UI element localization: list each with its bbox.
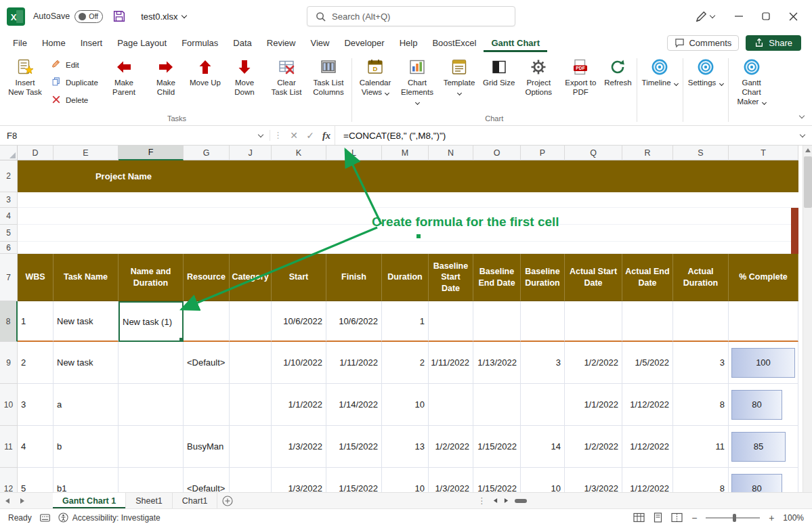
grid-cell[interactable]: 80 <box>729 384 798 426</box>
comments-button[interactable]: Comments <box>667 35 739 51</box>
grid-cell[interactable] <box>673 301 729 342</box>
new-sheet-button[interactable] <box>217 493 238 508</box>
fill-handle[interactable] <box>179 337 183 341</box>
row-header-6[interactable]: 6 <box>0 242 18 254</box>
duplicate-button[interactable]: Duplicate <box>47 74 102 91</box>
column-header-O[interactable]: O <box>473 146 521 160</box>
ribbon-tab-formulas[interactable]: Formulas <box>174 34 226 52</box>
grid-cell[interactable] <box>119 384 184 426</box>
insert-new-task-button[interactable]: Insert New Task <box>4 54 46 99</box>
ribbon-tab-view[interactable]: View <box>303 34 337 52</box>
column-header-S[interactable]: S <box>673 146 729 160</box>
grid-cell[interactable] <box>473 301 521 342</box>
grid-cell[interactable] <box>119 426 184 468</box>
more-sheets-icon[interactable]: ⋮ <box>477 496 487 506</box>
sheet-nav-left-button[interactable] <box>0 493 15 508</box>
grid-cell[interactable]: New task <box>54 301 119 342</box>
grid-cell[interactable]: 8 <box>673 384 729 426</box>
ribbon-tab-developer[interactable]: Developer <box>337 34 391 52</box>
grid-cell[interactable]: 10 <box>521 468 565 492</box>
scroll-left-icon[interactable] <box>493 498 498 504</box>
insert-function-button[interactable]: fx <box>318 130 335 141</box>
task-list-columns-button[interactable]: Task List Columns <box>307 54 349 99</box>
refresh-button[interactable]: Refresh <box>601 54 634 89</box>
ribbon-tab-insert[interactable]: Insert <box>73 34 110 52</box>
gantt-chart-maker-button[interactable]: Gantt Chart Maker <box>731 54 773 108</box>
grid-cell[interactable]: 1/15/2022 <box>326 426 382 468</box>
grid-cell[interactable]: 1/2/2022 <box>429 426 473 468</box>
grid-cell[interactable]: 3 <box>18 384 54 426</box>
row-header-10[interactable]: 10 <box>0 384 18 426</box>
make-parent-button[interactable]: Make Parent <box>103 54 145 99</box>
column-header-N[interactable]: N <box>429 146 473 160</box>
page-break-view-icon[interactable] <box>671 512 683 523</box>
grid-cell[interactable]: 1/3/2022 <box>429 468 473 492</box>
grid-cell[interactable]: New task <box>54 342 119 384</box>
grid-cell[interactable]: <Default> <box>184 342 230 384</box>
grid-cell[interactable] <box>622 301 673 342</box>
settings-button[interactable]: Settings <box>685 54 726 89</box>
column-header-M[interactable]: M <box>382 146 429 160</box>
grid-size-button[interactable]: Grid Size <box>480 54 517 89</box>
horizontal-scroll-thumb[interactable] <box>515 499 527 503</box>
grid-cell[interactable]: 2 <box>18 342 54 384</box>
column-header-F[interactable]: F <box>119 146 184 160</box>
grid-cell[interactable]: 1/11/2022 <box>429 342 473 384</box>
sheet-nav-right-button[interactable] <box>15 493 30 508</box>
move-up-button[interactable]: Move Up <box>187 54 223 89</box>
grid-cell[interactable]: 100 <box>729 342 798 384</box>
selected-cell-F8[interactable]: New task (1) <box>119 301 184 342</box>
grid-cell[interactable]: a <box>54 384 119 426</box>
delete-button[interactable]: Delete <box>47 92 102 108</box>
grid-cell[interactable] <box>184 384 230 426</box>
grid-cell[interactable]: 1/3/2022 <box>272 468 326 492</box>
calendar-views-button[interactable]: DCalendar Views <box>354 54 396 99</box>
excel-logo-icon[interactable]: X <box>7 7 25 26</box>
sheet-tab-sheet1[interactable]: Sheet1 <box>126 493 173 508</box>
move-down-button[interactable]: Move Down <box>223 54 265 99</box>
grid-cell[interactable]: 13 <box>382 426 429 468</box>
grid-cell[interactable]: b1 <box>54 468 119 492</box>
grid-cell[interactable]: 1/12/2022 <box>622 468 673 492</box>
grid-cell[interactable]: 1/13/2022 <box>473 342 521 384</box>
horizontal-scrollbar[interactable]: ⋮ <box>477 493 527 508</box>
grid-cell[interactable]: 5 <box>18 468 54 492</box>
grid-cell[interactable] <box>230 468 272 492</box>
search-input[interactable] <box>332 12 507 22</box>
ribbon-tab-data[interactable]: Data <box>226 34 259 52</box>
minimize-button[interactable] <box>727 5 751 28</box>
grid-cell[interactable]: 1/15/2022 <box>473 468 521 492</box>
autosave-toggle[interactable]: Off <box>74 10 103 23</box>
grid-cell[interactable]: BusyMan <box>184 426 230 468</box>
edit-button[interactable]: Edit <box>47 57 102 73</box>
project-options-button[interactable]: Project Options <box>517 54 559 99</box>
grid-cell[interactable]: 4 <box>18 426 54 468</box>
ribbon-tab-page-layout[interactable]: Page Layout <box>110 34 174 52</box>
grid-cell[interactable] <box>429 384 473 426</box>
column-header-J[interactable]: J <box>230 146 272 160</box>
share-button[interactable]: Share <box>746 35 801 51</box>
grid-cell[interactable]: b <box>54 426 119 468</box>
grid-cell[interactable]: <Default> <box>184 468 230 492</box>
formula-input[interactable]: =CONCAT(E8," (",M8,")") <box>335 126 793 145</box>
name-box[interactable]: F8 <box>0 126 270 145</box>
grid-cell[interactable]: 8 <box>673 468 729 492</box>
zoom-in-button[interactable]: + <box>767 512 775 523</box>
scroll-right-icon[interactable] <box>504 498 509 504</box>
grid-cell[interactable] <box>230 342 272 384</box>
empty-row[interactable] <box>18 242 798 254</box>
column-header-E[interactable]: E <box>54 146 119 160</box>
grid-cell[interactable]: 1/3/2022 <box>565 468 622 492</box>
grid-cell[interactable]: 85 <box>729 426 798 468</box>
grid-cell[interactable]: 1/2/2022 <box>565 426 622 468</box>
search-box[interactable] <box>307 6 515 26</box>
zoom-level[interactable]: 100% <box>783 513 804 523</box>
ribbon-tab-gantt-chart[interactable]: Gantt Chart <box>484 34 547 52</box>
grid-cell[interactable] <box>429 301 473 342</box>
select-all-corner[interactable] <box>0 146 18 160</box>
ink-pen-button[interactable] <box>695 10 714 23</box>
ribbon-tab-help[interactable]: Help <box>392 34 425 52</box>
timeline-button[interactable]: Timeline <box>639 54 681 89</box>
grid-cell[interactable]: 1 <box>18 301 54 342</box>
document-title[interactable]: test0.xlsx <box>141 12 186 22</box>
